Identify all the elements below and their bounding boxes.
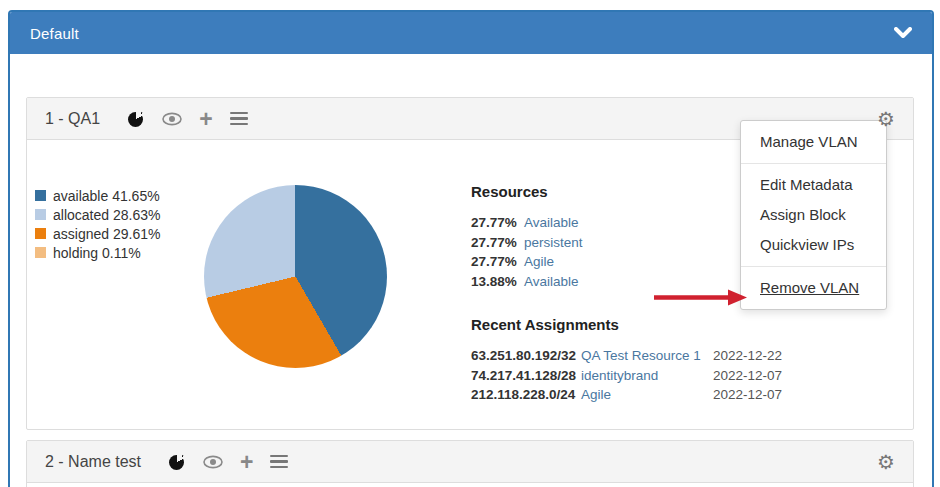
gear-icon[interactable]: ⚙ [877,109,895,129]
recent-assignments-heading: Recent Assignments [471,316,782,333]
list-icon[interactable] [270,455,288,469]
resource-link[interactable]: Agile [524,252,554,272]
legend-label: assigned 29.61% [53,226,160,242]
page: Default 1 - QA1 + ⚙ available 41.65% [0,0,940,487]
legend-label: holding 0.11% [53,245,141,261]
legend-item: available 41.65% [35,186,160,205]
menu-item-quickview-ips[interactable]: Quickview IPs [741,230,886,260]
resource-row: 27.77%Agile [471,252,583,272]
resource-row: 27.77%persistent [471,233,583,253]
menu-item-remove-vlan[interactable]: Remove VLAN [741,273,886,303]
menu-item-manage-vlan[interactable]: Manage VLAN [741,127,886,157]
eye-icon[interactable] [162,112,182,126]
vlan-toolbar: + [128,110,247,127]
resource-pct: 27.77% [471,213,524,233]
menu-divider [741,163,886,164]
assignment-date: 2022-12-07 [713,385,782,405]
resource-row: 13.88%Available [471,272,583,292]
plus-icon[interactable]: + [199,110,212,127]
resource-link[interactable]: Available [524,213,579,233]
pie-chart-icon[interactable] [128,110,145,127]
vlan-toolbar: + [169,453,288,470]
pie-chart-icon[interactable] [169,453,186,470]
resource-pct: 27.77% [471,252,524,272]
vlan-panel-name-test: 2 - Name test + ⚙ [26,440,914,487]
menu-item-assign-block[interactable]: Assign Block [741,200,886,230]
assignment-row: 212.118.228.0/24Agile2022-12-07 [471,385,782,405]
vlan-panel-header: 2 - Name test + ⚙ [27,441,913,483]
menu-item-edit-metadata[interactable]: Edit Metadata [741,170,886,200]
legend-label: available 41.65% [53,188,160,204]
menu-divider [741,266,886,267]
eye-icon[interactable] [203,455,223,469]
vlan-title: 2 - Name test [45,453,141,471]
legend-swatch-assigned [35,228,46,239]
resources-section: Resources 27.77%Available 27.77%persiste… [471,183,583,291]
legend-item: holding 0.11% [35,243,160,262]
accordion-header[interactable]: Default [10,12,932,54]
assignment-row: 63.251.80.192/32QA Test Resource 12022-1… [471,346,782,366]
pie-legend: available 41.65% allocated 28.63% assign… [35,186,160,262]
resource-pct: 13.88% [471,272,524,292]
assignment-resource-link[interactable]: QA Test Resource 1 [581,346,713,366]
red-arrow-annotation [650,289,750,306]
legend-swatch-holding [35,247,46,258]
resource-row: 27.77%Available [471,213,583,233]
accordion-title: Default [30,25,79,42]
legend-swatch-available [35,190,46,201]
assignment-date: 2022-12-22 [713,346,782,366]
assignment-cidr: 63.251.80.192/32 [471,346,581,366]
gear-icon[interactable]: ⚙ [877,452,895,472]
resources-heading: Resources [471,183,583,200]
vlan-title: 1 - QA1 [45,110,100,128]
assignment-cidr: 212.118.228.0/24 [471,385,581,405]
resource-link[interactable]: persistent [524,233,583,253]
assignment-resource-link[interactable]: Agile [581,385,713,405]
utilization-pie-chart [204,185,387,368]
assignment-cidr: 74.217.41.128/28 [471,366,581,386]
legend-label: allocated 28.63% [53,207,160,223]
assignment-row: 74.217.41.128/28identitybrand2022-12-07 [471,366,782,386]
legend-item: assigned 29.61% [35,224,160,243]
assignment-date: 2022-12-07 [713,366,782,386]
plus-icon[interactable]: + [240,453,253,470]
list-icon[interactable] [230,112,248,126]
resource-pct: 27.77% [471,233,524,253]
legend-item: allocated 28.63% [35,205,160,224]
resource-link[interactable]: Available [524,272,579,292]
assignment-resource-link[interactable]: identitybrand [581,366,713,386]
vlan-actions-menu: Manage VLAN Edit Metadata Assign Block Q… [740,120,887,310]
chevron-down-icon[interactable] [894,27,912,39]
recent-assignments-section: Recent Assignments 63.251.80.192/32QA Te… [471,316,782,405]
legend-swatch-allocated [35,209,46,220]
